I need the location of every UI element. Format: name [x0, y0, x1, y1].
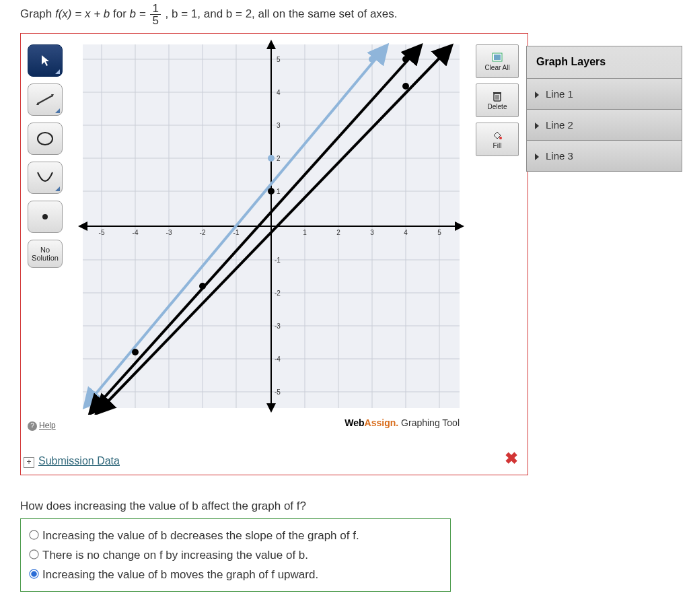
point-icon	[40, 211, 50, 222]
t: , b = 1, and b = 2, all on the same set …	[166, 7, 398, 20]
svg-point-3	[38, 133, 52, 145]
t: Assign.	[365, 417, 399, 428]
radio-1[interactable]	[29, 549, 38, 559]
svg-point-4	[42, 214, 48, 219]
svg-point-54	[268, 188, 275, 195]
action-column: Clear All Delete Fill	[476, 44, 521, 162]
mc-options: Increasing the value of b decreases the …	[20, 518, 451, 592]
t: Increasing the value of b decreases the …	[42, 529, 359, 542]
clear-icon	[491, 52, 504, 63]
layer-item-3[interactable]: Line 3	[527, 141, 682, 171]
svg-text:-1: -1	[275, 256, 281, 264]
svg-point-67	[499, 137, 502, 139]
svg-text:-4: -4	[275, 355, 281, 363]
fill-button[interactable]: Fill	[476, 123, 519, 156]
svg-text:5: 5	[277, 56, 281, 63]
den: 5	[150, 15, 160, 26]
incorrect-icon: ✖	[505, 449, 518, 468]
graph-container: No Solution	[20, 33, 528, 475]
svg-rect-63	[493, 92, 501, 94]
t: Delete	[488, 103, 507, 110]
svg-text:4: 4	[277, 89, 281, 96]
t: Solution	[32, 254, 59, 262]
pointer-icon	[40, 55, 50, 67]
layer-item-1[interactable]: Line 1	[527, 79, 682, 110]
t: Fill	[493, 142, 502, 149]
svg-point-58	[402, 83, 409, 90]
svg-point-52	[369, 56, 375, 63]
tool-column: No Solution	[28, 44, 67, 275]
point-tool[interactable]	[28, 201, 63, 233]
submission-data-link[interactable]: +Submission Data	[21, 440, 528, 475]
submission-label: Submission Data	[38, 455, 120, 467]
t: Line 3	[546, 150, 573, 162]
radio-0[interactable]	[29, 530, 38, 539]
svg-text:3: 3	[370, 229, 374, 236]
graph-brand: WebAssign. Graphing Tool	[71, 415, 472, 436]
radio-2[interactable]	[29, 569, 38, 578]
t: Line 2	[546, 119, 573, 131]
svg-text:4: 4	[404, 229, 408, 236]
clear-all-button[interactable]: Clear All	[476, 44, 519, 78]
layers-title: Graph Layers	[527, 46, 682, 79]
fx: f(x) = x + b	[55, 7, 110, 20]
parabola-tool[interactable]	[28, 162, 63, 194]
fill-icon	[491, 130, 504, 141]
svg-point-57	[199, 283, 206, 289]
svg-point-55	[402, 56, 409, 63]
svg-text:-4: -4	[133, 229, 139, 236]
svg-text:-2: -2	[200, 229, 206, 236]
svg-text:-5: -5	[275, 388, 281, 396]
circle-icon	[36, 131, 55, 147]
svg-point-51	[268, 155, 275, 162]
line-tool[interactable]	[28, 83, 63, 116]
svg-line-0	[38, 96, 52, 104]
t: Clear All	[484, 64, 509, 71]
t: Graph	[20, 7, 55, 20]
circle-tool[interactable]	[28, 123, 63, 155]
help-link[interactable]: ?Help	[28, 421, 56, 431]
line-icon	[35, 93, 55, 106]
pointer-tool[interactable]	[28, 44, 63, 77]
chevron-right-icon	[535, 153, 539, 160]
svg-text:5: 5	[437, 229, 441, 236]
svg-text:-3: -3	[166, 229, 172, 236]
svg-point-59	[132, 349, 139, 355]
fraction: 1 5	[150, 3, 160, 26]
chevron-right-icon	[535, 123, 539, 129]
t: There is no change on f by increasing th…	[42, 549, 308, 561]
t: Line 1	[546, 88, 573, 100]
no-solution-tool[interactable]: No Solution	[28, 240, 63, 268]
layer-item-2[interactable]: Line 2	[527, 110, 682, 141]
graph-canvas[interactable]: -5-4-3-2-1 12345 54321 -1-2-3-4-5	[71, 38, 472, 436]
svg-text:2: 2	[336, 229, 340, 236]
svg-text:1: 1	[277, 188, 281, 195]
delete-button[interactable]: Delete	[476, 83, 519, 117]
svg-text:1: 1	[303, 229, 307, 236]
help-label: Help	[39, 421, 56, 430]
mc-question: How does increasing the value of b affec…	[20, 500, 680, 513]
t: Graphing Tool	[398, 417, 460, 428]
mc-option-1[interactable]: There is no change on f by increasing th…	[26, 548, 445, 562]
graph-layers-panel: Graph Layers Line 1 Line 2 Line 3	[526, 46, 682, 172]
t: Increasing the value of b moves the grap…	[42, 568, 318, 581]
mc-option-0[interactable]: Increasing the value of b decreases the …	[26, 528, 445, 543]
svg-text:3: 3	[277, 122, 281, 129]
parabola-icon	[35, 170, 55, 186]
t: b =	[130, 7, 149, 20]
svg-text:-2: -2	[275, 289, 281, 297]
help-icon: ?	[28, 421, 37, 431]
svg-text:-3: -3	[275, 322, 281, 330]
svg-rect-61	[494, 55, 501, 60]
svg-text:-5: -5	[99, 229, 105, 236]
svg-text:2: 2	[277, 155, 281, 162]
question-prompt: Graph f(x) = x + b for b = 1 5 , b = 1, …	[20, 3, 680, 26]
num: 1	[150, 3, 160, 15]
mc-option-2[interactable]: Increasing the value of b moves the grap…	[26, 568, 445, 582]
expand-icon: +	[24, 457, 34, 468]
chevron-right-icon	[535, 92, 539, 98]
t: No	[40, 246, 50, 254]
t: Web	[344, 417, 364, 428]
t: for	[113, 7, 130, 20]
trash-icon	[491, 91, 504, 102]
